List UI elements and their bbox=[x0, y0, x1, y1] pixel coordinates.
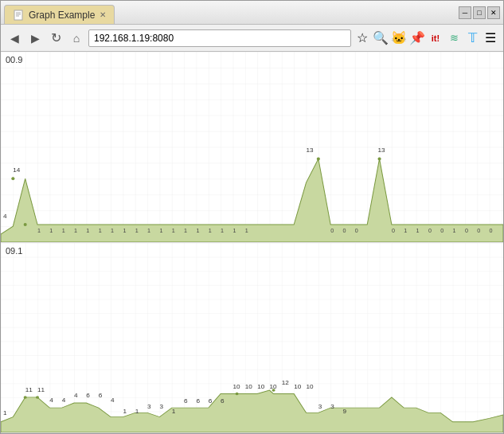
svg-text:10: 10 bbox=[307, 384, 314, 390]
svg-text:10: 10 bbox=[232, 384, 240, 390]
svg-text:1: 1 bbox=[62, 228, 65, 233]
minimize-button[interactable]: ─ bbox=[459, 6, 471, 19]
menu-icon[interactable]: ☰ bbox=[483, 30, 498, 45]
graph2-label: 09.1 bbox=[6, 246, 22, 256]
svg-point-75 bbox=[36, 396, 39, 399]
svg-point-41 bbox=[24, 223, 27, 226]
svg-text:0: 0 bbox=[477, 228, 480, 233]
svg-text:6: 6 bbox=[86, 392, 90, 398]
browser-window: Graph Example ✕ ─ □ ✕ ◀ ▶ ↻ ⌂ ☆ 🔍 🐱 📌 it… bbox=[0, 0, 504, 434]
svg-point-76 bbox=[236, 393, 239, 396]
graph1-svg: 4 14 13 13 1 1 1 1 1 1 1 1 1 1 1 1 1 1 1 bbox=[1, 52, 503, 242]
svg-text:1: 1 bbox=[453, 228, 456, 233]
graph2-svg: 1 11 11 4 4 4 6 6 4 1 1 3 3 1 6 6 6 6 10… bbox=[1, 243, 503, 432]
svg-text:1: 1 bbox=[99, 228, 102, 233]
svg-text:6: 6 bbox=[99, 392, 103, 398]
svg-rect-4 bbox=[1, 52, 503, 242]
svg-text:3: 3 bbox=[147, 404, 151, 410]
svg-text:1: 1 bbox=[135, 409, 139, 415]
page-icon bbox=[13, 10, 24, 21]
maximize-button[interactable]: □ bbox=[473, 6, 486, 19]
svg-text:6: 6 bbox=[196, 398, 200, 405]
svg-point-43 bbox=[378, 157, 381, 160]
svg-text:1: 1 bbox=[123, 409, 127, 415]
svg-text:1: 1 bbox=[404, 228, 407, 233]
svg-text:0: 0 bbox=[392, 228, 395, 233]
svg-text:13: 13 bbox=[307, 147, 315, 154]
svg-text:1: 1 bbox=[123, 228, 126, 233]
svg-text:1: 1 bbox=[49, 228, 53, 233]
svg-text:3: 3 bbox=[159, 404, 163, 410]
svg-text:0: 0 bbox=[343, 228, 346, 233]
svg-text:10: 10 bbox=[294, 384, 301, 390]
svg-text:0: 0 bbox=[428, 228, 432, 233]
svg-text:1: 1 bbox=[184, 228, 187, 233]
graph-panel-2: 09.1 1 11 11 4 4 4 6 6 4 bbox=[1, 243, 503, 433]
svg-text:1: 1 bbox=[245, 228, 248, 233]
svg-text:1: 1 bbox=[147, 228, 150, 233]
svg-text:4: 4 bbox=[74, 392, 78, 398]
close-button[interactable]: ✕ bbox=[487, 6, 500, 19]
svg-text:1: 1 bbox=[135, 228, 139, 233]
layers-icon[interactable]: ≋ bbox=[446, 32, 462, 44]
svg-rect-0 bbox=[14, 10, 22, 20]
svg-text:6: 6 bbox=[221, 398, 225, 405]
titlebar: Graph Example ✕ ─ □ ✕ bbox=[1, 1, 503, 25]
svg-point-42 bbox=[317, 157, 320, 160]
svg-text:10: 10 bbox=[245, 384, 252, 390]
content-area: 00.9 4 14 13 13 1 1 1 bbox=[1, 52, 503, 433]
svg-text:1: 1 bbox=[37, 228, 41, 233]
svg-text:12: 12 bbox=[282, 380, 289, 386]
forward-button[interactable]: ▶ bbox=[26, 29, 44, 47]
addressbar: ◀ ▶ ↻ ⌂ ☆ 🔍 🐱 📌 it! ≋ 𝕋 ☰ bbox=[1, 25, 503, 52]
search-icon[interactable]: 🔍 bbox=[373, 30, 389, 45]
star-icon[interactable]: ☆ bbox=[354, 30, 370, 45]
tab-title: Graph Example bbox=[29, 10, 95, 21]
svg-point-77 bbox=[272, 389, 275, 392]
svg-text:11: 11 bbox=[25, 386, 33, 393]
svg-text:4: 4 bbox=[49, 397, 53, 404]
active-tab[interactable]: Graph Example ✕ bbox=[4, 5, 115, 24]
svg-text:10: 10 bbox=[257, 384, 264, 390]
svg-text:0: 0 bbox=[465, 228, 468, 233]
pin-icon[interactable]: 📌 bbox=[409, 30, 425, 45]
toolbar-icons: ☆ 🔍 🐱 📌 it! ≋ 𝕋 ☰ bbox=[354, 30, 498, 45]
svg-text:11: 11 bbox=[37, 386, 45, 393]
it-icon[interactable]: it! bbox=[428, 33, 443, 43]
svg-text:0: 0 bbox=[330, 228, 334, 233]
svg-text:3: 3 bbox=[330, 404, 334, 410]
svg-text:4: 4 bbox=[62, 397, 66, 404]
svg-text:1: 1 bbox=[416, 228, 420, 233]
reload-button[interactable]: ↻ bbox=[47, 29, 64, 47]
svg-text:4: 4 bbox=[3, 213, 7, 220]
back-button[interactable]: ◀ bbox=[6, 29, 23, 47]
svg-text:1: 1 bbox=[111, 228, 114, 233]
svg-text:14: 14 bbox=[13, 166, 21, 174]
svg-text:1: 1 bbox=[74, 228, 77, 233]
svg-text:6: 6 bbox=[184, 398, 188, 405]
svg-text:6: 6 bbox=[209, 398, 213, 405]
svg-text:1: 1 bbox=[196, 228, 199, 233]
home-button[interactable]: ⌂ bbox=[68, 29, 85, 47]
window-controls: ─ □ ✕ bbox=[459, 6, 500, 19]
svg-text:1: 1 bbox=[86, 228, 89, 233]
svg-text:4: 4 bbox=[111, 397, 115, 404]
svg-text:1: 1 bbox=[172, 409, 176, 415]
tab-close-button[interactable]: ✕ bbox=[100, 10, 106, 19]
svg-text:1: 1 bbox=[209, 228, 212, 233]
svg-text:1: 1 bbox=[172, 228, 175, 233]
twitter-icon[interactable]: 𝕋 bbox=[464, 30, 480, 45]
svg-text:0: 0 bbox=[355, 228, 358, 233]
svg-point-40 bbox=[11, 177, 14, 180]
cat-icon[interactable]: 🐱 bbox=[391, 30, 407, 45]
svg-point-74 bbox=[24, 396, 27, 399]
svg-text:0: 0 bbox=[440, 228, 443, 233]
svg-text:1: 1 bbox=[159, 228, 162, 233]
tab-area: Graph Example ✕ bbox=[4, 1, 115, 24]
address-bar[interactable] bbox=[88, 29, 351, 47]
svg-text:1: 1 bbox=[221, 228, 224, 233]
svg-text:1: 1 bbox=[232, 228, 236, 233]
svg-text:1: 1 bbox=[3, 409, 7, 416]
graph1-label: 00.9 bbox=[6, 55, 22, 65]
svg-text:0: 0 bbox=[490, 228, 493, 233]
